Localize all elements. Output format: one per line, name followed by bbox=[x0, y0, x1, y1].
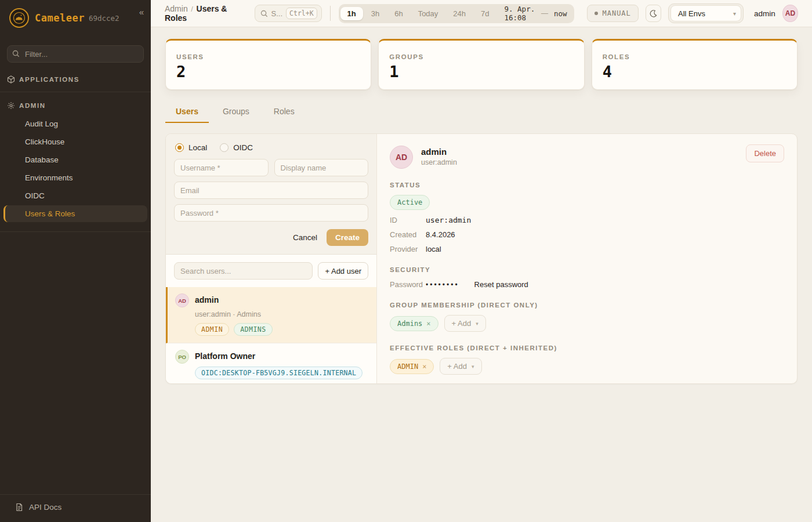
avatar: AD bbox=[390, 146, 413, 169]
password-field[interactable] bbox=[174, 204, 368, 222]
add-group-button[interactable]: + Add ▾ bbox=[444, 315, 486, 332]
role-chip-label: ADMIN bbox=[397, 362, 418, 371]
stat-card-roles: ROLES 4 bbox=[592, 39, 798, 90]
topbar-username: admin bbox=[754, 9, 775, 18]
api-docs-link[interactable]: API Docs bbox=[0, 495, 151, 522]
group-chip-admins: Admins × bbox=[390, 316, 438, 331]
breadcrumb: Admin / Users & Roles bbox=[165, 4, 243, 23]
main-area: Admin / Users & Roles S... Ctrl+K 1h 3h … bbox=[151, 0, 812, 522]
sidebar: Cameleer 69dcce2 « APPLICATIONS ADMIN Au… bbox=[0, 0, 151, 522]
sidebar-nav: Audit Log ClickHouse Database Environmen… bbox=[0, 114, 151, 223]
radio-unselected-icon bbox=[220, 143, 229, 152]
stat-card-users: USERS 2 bbox=[165, 39, 371, 90]
env-select-value: All Envs bbox=[678, 9, 705, 18]
sidebar-filter-input[interactable] bbox=[7, 45, 144, 63]
global-search[interactable]: S... Ctrl+K bbox=[255, 5, 322, 22]
search-users-input[interactable] bbox=[174, 262, 313, 280]
sidebar-item-audit-log[interactable]: Audit Log bbox=[3, 115, 147, 132]
user-name: Platform Owner bbox=[195, 350, 255, 364]
radio-selected-icon bbox=[175, 143, 184, 152]
user-meta: user:admin · Admins bbox=[195, 310, 368, 318]
search-icon bbox=[12, 50, 20, 57]
env-select-container: All Envs ▾ bbox=[668, 3, 744, 23]
time-from-value[interactable]: 9. Apr. 16:08 bbox=[498, 5, 540, 22]
group-badge: ADMINS bbox=[234, 323, 273, 336]
time-range-24h[interactable]: 24h bbox=[446, 7, 473, 20]
sidebar-item-database[interactable]: Database bbox=[3, 151, 147, 168]
info-value: 8.4.2026 bbox=[426, 230, 455, 239]
time-range-today[interactable]: Today bbox=[411, 7, 445, 20]
create-user-form: Local OIDC bbox=[166, 134, 376, 255]
remove-group-icon[interactable]: × bbox=[426, 320, 430, 328]
delete-button[interactable]: Delete bbox=[746, 144, 784, 162]
global-search-placeholder: S... bbox=[271, 9, 283, 18]
time-range-7d[interactable]: 7d bbox=[474, 7, 496, 20]
user-detail: AD admin user:admin Delete STATUS Active bbox=[377, 134, 797, 383]
cancel-button[interactable]: Cancel bbox=[293, 233, 317, 242]
user-list-item-platform-owner[interactable]: PO Platform Owner OIDC:DESKTOP-FB5VGJ9.S… bbox=[166, 343, 376, 384]
group-chip-label: Admins bbox=[397, 320, 422, 328]
provider-radio-row: Local OIDC bbox=[175, 143, 368, 152]
add-user-button[interactable]: + Add user bbox=[318, 262, 368, 280]
tab-roles[interactable]: Roles bbox=[263, 102, 305, 123]
stat-label: USERS bbox=[176, 53, 360, 60]
email-field[interactable] bbox=[174, 182, 368, 199]
status-dot-icon bbox=[594, 12, 598, 15]
remove-role-icon[interactable]: × bbox=[422, 362, 426, 371]
brand-version: 69dcce2 bbox=[89, 14, 119, 23]
user-avatar[interactable]: AD bbox=[782, 5, 798, 22]
stat-value: 1 bbox=[389, 63, 573, 81]
dark-mode-toggle[interactable] bbox=[646, 5, 661, 22]
user-list-toolbar: + Add user bbox=[166, 255, 376, 287]
detail-user-name: admin bbox=[421, 146, 457, 157]
password-mask: •••••••• bbox=[426, 281, 459, 289]
sidebar-divider bbox=[0, 92, 151, 92]
time-range-6h[interactable]: 6h bbox=[387, 7, 409, 20]
time-range-3h[interactable]: 3h bbox=[364, 7, 386, 20]
stat-label: GROUPS bbox=[389, 53, 573, 60]
display-name-field[interactable] bbox=[274, 159, 369, 176]
info-value: local bbox=[426, 245, 441, 253]
create-button[interactable]: Create bbox=[327, 229, 368, 246]
add-group-label: + Add bbox=[452, 319, 472, 328]
refresh-mode-label: MANUAL bbox=[602, 9, 630, 17]
sidebar-section-admin[interactable]: ADMIN bbox=[0, 102, 151, 110]
env-select[interactable]: All Envs ▾ bbox=[670, 5, 741, 21]
stat-value: 2 bbox=[176, 63, 360, 81]
brand-name: Cameleer bbox=[35, 12, 85, 24]
avatar: PO bbox=[175, 350, 189, 364]
time-range-1h[interactable]: 1h bbox=[340, 7, 363, 20]
sidebar-item-environments[interactable]: Environments bbox=[3, 169, 147, 186]
role-chip-admin: ADMIN × bbox=[390, 359, 434, 374]
gear-icon bbox=[7, 102, 15, 110]
moon-icon bbox=[649, 9, 658, 18]
stat-card-groups: GROUPS 1 bbox=[378, 39, 584, 90]
time-to-value[interactable]: now bbox=[549, 9, 573, 18]
radio-oidc-label: OIDC bbox=[233, 143, 253, 152]
sidebar-item-oidc[interactable]: OIDC bbox=[3, 187, 147, 204]
refresh-mode-badge[interactable]: MANUAL bbox=[587, 5, 638, 22]
radio-oidc[interactable]: OIDC bbox=[220, 143, 253, 152]
tab-users[interactable]: Users bbox=[165, 102, 209, 123]
camel-logo-icon bbox=[9, 8, 29, 28]
info-rows: ID user:admin Created 8.4.2026 Provider … bbox=[390, 216, 784, 253]
sidebar-section-applications[interactable]: APPLICATIONS bbox=[0, 75, 151, 84]
group-membership-heading: GROUP MEMBERSHIP (DIRECT ONLY) bbox=[390, 302, 784, 309]
add-role-button[interactable]: + Add ▾ bbox=[440, 358, 481, 375]
reset-password-link[interactable]: Reset password bbox=[474, 280, 528, 289]
user-list-item-admin[interactable]: AD admin user:admin · Admins ADMIN ADMIN… bbox=[166, 287, 376, 343]
info-row-id: ID user:admin bbox=[390, 216, 784, 224]
chevron-down-icon: ▾ bbox=[476, 321, 478, 327]
users-left-column: Local OIDC bbox=[166, 134, 377, 383]
sidebar-item-clickhouse[interactable]: ClickHouse bbox=[3, 133, 147, 150]
sidebar-item-users-roles[interactable]: Users & Roles bbox=[3, 205, 147, 222]
stat-label: ROLES bbox=[603, 53, 786, 60]
tab-groups[interactable]: Groups bbox=[212, 102, 260, 123]
applications-section-label: APPLICATIONS bbox=[19, 76, 79, 83]
username-field[interactable] bbox=[174, 159, 269, 176]
search-shortcut-kbd: Ctrl+K bbox=[286, 8, 317, 19]
radio-local[interactable]: Local bbox=[175, 143, 207, 152]
chevron-down-icon: ▾ bbox=[733, 10, 736, 17]
sidebar-collapse-button[interactable]: « bbox=[139, 7, 144, 17]
breadcrumb-parent[interactable]: Admin bbox=[165, 4, 188, 13]
